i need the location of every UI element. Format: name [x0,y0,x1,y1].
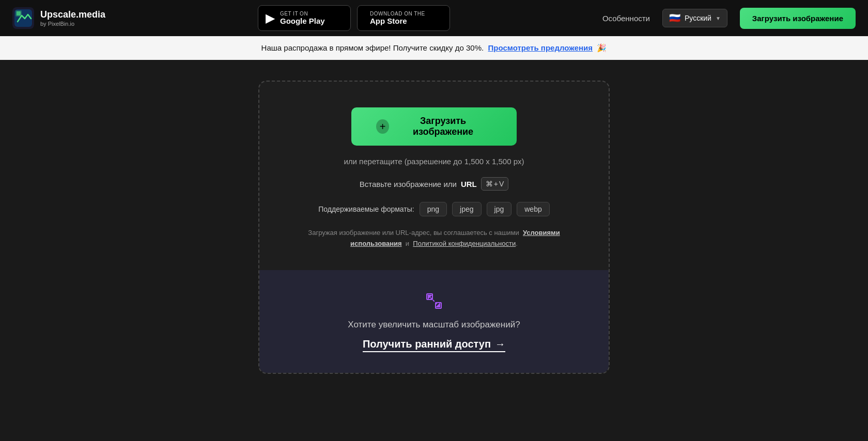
announcement-link[interactable]: Просмотреть предложения [488,43,593,52]
chevron-down-icon: ▼ [716,15,721,21]
nav-upload-button[interactable]: Загрузить изображение [740,8,856,29]
app-store-badge[interactable]: Download on the App Store [357,5,450,31]
kbd-v: V [499,180,504,188]
paste-url-label: URL [461,180,477,188]
kbd-plus: + [494,180,498,188]
paste-label: Вставьте изображение или [360,180,457,188]
formats-label: Поддерживаемые форматы: [318,205,414,213]
terms-and: и [406,240,409,247]
terms-end: . [516,240,518,247]
logo-text: Upscale.media by PixelBin.io [40,9,105,27]
early-access-arrow: → [495,338,505,350]
scale-icon [424,291,444,311]
main-content: + Загрузить изображение или перетащите (… [0,60,868,395]
announcement-bar: Наша распродажа в прямом эфире! Получите… [0,36,868,60]
promo-question: Хотите увеличить масштаб изображений? [348,320,520,330]
upload-main-button[interactable]: + Загрузить изображение [351,107,517,146]
terms-link2[interactable]: Политикой конфиденциальности [413,240,516,247]
upload-card-top: + Загрузить изображение или перетащите (… [259,82,609,270]
paste-row: Вставьте изображение или URL ⌘ + V [360,177,509,191]
keyboard-shortcut: ⌘ + V [481,177,509,191]
nav-features-link[interactable]: Особенности [602,14,650,23]
format-png: png [420,202,447,216]
terms-before: Загружая изображение или URL-адрес, вы с… [308,229,519,237]
format-jpg: jpg [487,202,512,216]
logo-sub: by PixelBin.io [40,21,105,27]
formats-row: Поддерживаемые форматы: png jpeg jpg web… [318,202,549,216]
nav-left: Upscale.media by PixelBin.io [12,7,105,29]
app-store-text: Download on the App Store [370,11,425,26]
navbar: Upscale.media by PixelBin.io ▶ GET IT ON… [0,0,868,36]
nav-right: Особенности 🇷🇺 Русский ▼ Загрузить изобр… [602,8,856,29]
drag-drop-text: или перетащите (разрешение до 1,500 x 1,… [344,157,524,166]
early-access-label: Получить ранний доступ [363,338,491,350]
svg-rect-3 [17,11,21,15]
promo-section: Хотите увеличить масштаб изображений? По… [259,270,609,373]
plus-circle-icon: + [376,119,389,134]
early-access-link[interactable]: Получить ранний доступ → [363,338,505,352]
app-store-label-big: App Store [370,17,425,26]
format-webp: webp [517,202,549,216]
upload-card: + Загрузить изображение или перетащите (… [258,81,610,374]
flag-icon: 🇷🇺 [669,12,680,24]
google-play-badge[interactable]: ▶ GET IT ON Google Play [258,5,351,31]
logo-icon [12,7,34,29]
lang-label: Русский [685,14,711,22]
upload-main-button-label: Загрузить изображение [394,116,492,137]
nav-center: ▶ GET IT ON Google Play Download on the … [258,5,450,31]
terms-text: Загружая изображение или URL-адрес, вы с… [295,228,574,249]
kbd-cmd: ⌘ [486,180,493,188]
google-play-label-small: GET IT ON [280,11,325,17]
format-jpeg: jpeg [452,202,481,216]
announcement-text: Наша распродажа в прямом эфире! Получите… [261,43,484,52]
logo-title: Upscale.media [40,9,105,21]
google-play-icon: ▶ [266,12,275,24]
google-play-text: GET IT ON Google Play [280,11,325,26]
google-play-label-big: Google Play [280,17,325,26]
announcement-emoji: 🎉 [597,43,607,52]
app-store-label-small: Download on the [370,11,425,17]
language-selector[interactable]: 🇷🇺 Русский ▼ [662,9,727,27]
